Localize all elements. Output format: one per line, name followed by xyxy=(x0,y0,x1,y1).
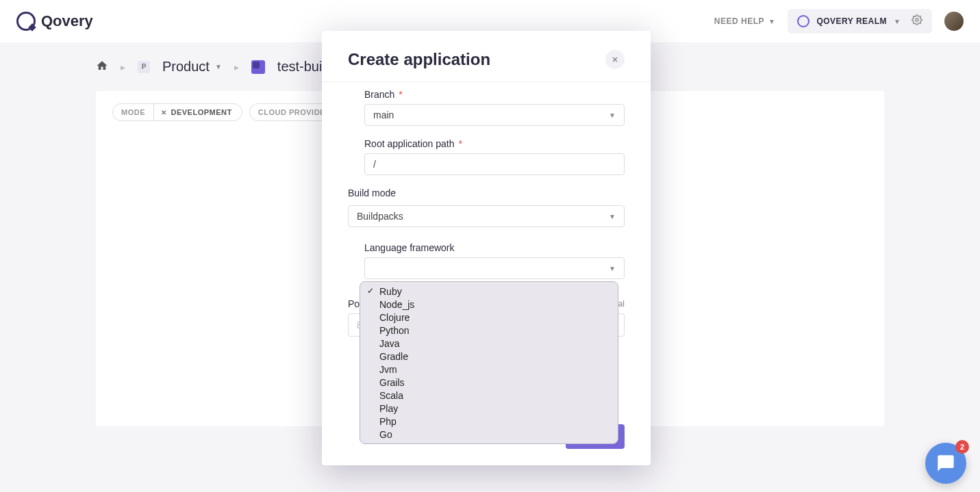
mode-tag-value: DEVELOPMENT xyxy=(154,104,242,120)
org-selector[interactable]: QOVERY REALM ▼ xyxy=(788,9,932,34)
need-help-label: NEED HELP xyxy=(714,16,764,26)
root-path-label: Root application path * xyxy=(364,138,625,149)
need-help-link[interactable]: NEED HELP ▼ xyxy=(714,16,776,26)
avatar[interactable] xyxy=(944,12,964,31)
dropdown-option[interactable]: Jvm xyxy=(360,363,618,376)
required-star: * xyxy=(459,138,462,149)
modal-title: Create application xyxy=(348,50,490,69)
framework-dropdown: RubyNode_jsClojurePythonJavaGradleJvmGra… xyxy=(360,281,618,444)
fab-badge: 2 xyxy=(955,440,969,454)
framework-group: Language framework ▼ xyxy=(364,242,625,279)
chevron-down-icon: ▼ xyxy=(768,18,775,25)
chat-fab[interactable]: 2 xyxy=(925,443,966,484)
framework-label-text: Language framework xyxy=(364,242,455,253)
dropdown-option[interactable]: Scala xyxy=(360,389,618,402)
framework-value xyxy=(373,263,376,274)
framework-label: Language framework xyxy=(364,242,625,253)
dropdown-option[interactable]: Play xyxy=(360,402,618,415)
mode-tag-label: MODE xyxy=(113,104,154,120)
dropdown-option[interactable]: Python xyxy=(360,324,618,337)
chevron-right-icon: ▸ xyxy=(121,62,125,73)
dropdown-option[interactable]: Go xyxy=(360,428,618,441)
dropdown-option[interactable]: Php xyxy=(360,415,618,428)
org-name: QOVERY REALM xyxy=(816,16,887,26)
dropdown-option[interactable]: Grails xyxy=(360,376,618,389)
logo-text: Qovery xyxy=(41,12,93,30)
chevron-down-icon: ▼ xyxy=(609,112,616,119)
qovery-logo-icon xyxy=(16,12,36,31)
root-path-input[interactable] xyxy=(364,153,625,175)
dropdown-option[interactable]: Java xyxy=(360,337,618,350)
dropdown-option[interactable]: Node_js xyxy=(360,298,618,311)
build-mode-select[interactable]: Buildpacks ▼ xyxy=(348,205,625,227)
topbar-right: NEED HELP ▼ QOVERY REALM ▼ xyxy=(714,9,964,34)
build-mode-value: Buildpacks xyxy=(357,211,403,222)
root-label-text: Root application path xyxy=(364,138,455,149)
svg-point-0 xyxy=(916,18,918,21)
branch-select[interactable]: main ▼ xyxy=(364,104,625,126)
chevron-down-icon: ▼ xyxy=(609,265,616,272)
dropdown-option[interactable]: Gradle xyxy=(360,350,618,363)
chevron-down-icon: ▼ xyxy=(609,213,616,220)
home-icon[interactable] xyxy=(96,60,108,75)
environment-icon xyxy=(251,60,265,74)
close-button[interactable] xyxy=(605,50,625,69)
build-mode-label: Build mode xyxy=(348,187,625,198)
chevron-down-icon: ▼ xyxy=(894,18,901,25)
chevron-right-icon: ▸ xyxy=(234,62,239,73)
project-name: Product xyxy=(162,59,210,75)
logo[interactable]: Qovery xyxy=(16,12,93,31)
project-badge: P xyxy=(138,61,150,73)
required-star: * xyxy=(399,89,402,100)
mode-tag: MODE DEVELOPMENT xyxy=(112,103,242,121)
chat-icon xyxy=(936,454,955,473)
branch-label: Branch * xyxy=(364,89,625,100)
dropdown-option[interactable]: Ruby xyxy=(360,285,618,298)
chevron-down-icon: ▼ xyxy=(215,63,222,70)
modal-header: Create application xyxy=(322,31,651,81)
x-icon xyxy=(161,108,167,116)
breadcrumb-project[interactable]: Product ▼ xyxy=(162,59,222,75)
branch-label-text: Branch xyxy=(364,89,394,100)
framework-select[interactable]: ▼ xyxy=(364,257,625,279)
gear-icon[interactable] xyxy=(912,14,922,28)
close-icon xyxy=(611,55,619,64)
branch-value: main xyxy=(373,109,394,120)
branch-group: Branch * main ▼ xyxy=(364,89,625,126)
dropdown-option[interactable]: Clojure xyxy=(360,311,618,324)
root-path-group: Root application path * xyxy=(364,138,625,175)
org-icon xyxy=(797,15,809,27)
mode-value-text: DEVELOPMENT xyxy=(171,108,232,116)
